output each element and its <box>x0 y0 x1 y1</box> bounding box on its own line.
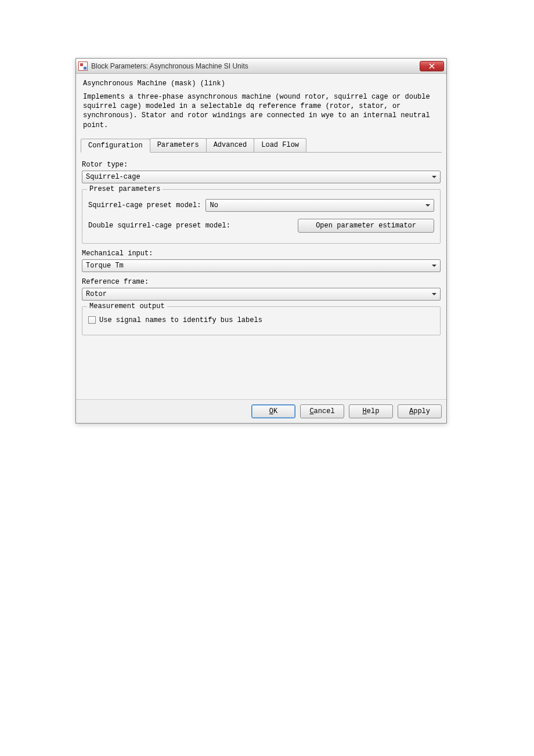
open-parameter-estimator-button[interactable]: Open parameter estimator <box>298 219 434 233</box>
tab-content-configuration: Rotor type: Squirrel-cage Preset paramet… <box>81 153 442 396</box>
reference-frame-label: Reference frame: <box>82 278 441 286</box>
mask-link-line: Asynchronous Machine (mask) (link) <box>81 77 442 92</box>
apply-button[interactable]: Apply <box>398 404 442 418</box>
dsc-preset-label: Double squirrel-cage preset model: <box>88 222 293 230</box>
cancel-button[interactable]: Cancel <box>300 404 344 418</box>
dialog-button-row: OK Cancel Help Apply <box>76 399 446 423</box>
measurement-output-group: Measurement output Use signal names to i… <box>82 306 441 335</box>
sc-preset-row: Squirrel-cage preset model: No <box>88 199 434 212</box>
mechanical-input-label: Mechanical input: <box>82 249 441 258</box>
dialog-body: Asynchronous Machine (mask) (link) Imple… <box>76 74 446 399</box>
sc-preset-dropdown[interactable]: No <box>205 199 434 212</box>
rotor-type-label: Rotor type: <box>82 161 441 169</box>
reference-frame-value: Rotor <box>86 290 107 298</box>
block-description: Implements a three-phase asynchronous ma… <box>81 92 442 136</box>
mechanical-input-dropdown[interactable]: Torque Tm <box>82 259 441 272</box>
close-icon <box>429 63 435 69</box>
ok-button[interactable]: OK <box>251 404 295 418</box>
tab-configuration[interactable]: Configuration <box>81 139 150 153</box>
rotor-type-value: Squirrel-cage <box>86 173 140 181</box>
chevron-down-icon <box>432 293 436 295</box>
dsc-preset-row: Double squirrel-cage preset model: Open … <box>88 219 434 233</box>
app-icon <box>78 62 88 71</box>
dialog-window: Block Parameters: Asynchronous Machine S… <box>75 58 447 424</box>
reference-frame-dropdown[interactable]: Rotor <box>82 288 441 301</box>
titlebar: Block Parameters: Asynchronous Machine S… <box>76 59 446 74</box>
help-button[interactable]: Help <box>349 404 393 418</box>
tab-strip: Configuration Parameters Advanced Load F… <box>81 138 442 153</box>
preset-parameters-legend: Preset parameters <box>87 185 163 193</box>
spacer <box>82 341 441 393</box>
tab-advanced[interactable]: Advanced <box>206 138 255 152</box>
chevron-down-icon <box>432 176 436 178</box>
measurement-output-legend: Measurement output <box>87 302 167 310</box>
sc-preset-label: Squirrel-cage preset model: <box>88 201 201 209</box>
signal-names-label: Use signal names to identify bus labels <box>99 316 262 324</box>
chevron-down-icon <box>432 265 436 267</box>
sc-preset-value: No <box>210 201 218 209</box>
chevron-down-icon <box>425 204 430 207</box>
close-button[interactable] <box>420 61 444 71</box>
rotor-type-dropdown[interactable]: Squirrel-cage <box>82 171 441 183</box>
tab-load-flow[interactable]: Load Flow <box>254 138 306 152</box>
window-title: Block Parameters: Asynchronous Machine S… <box>91 62 420 70</box>
signal-names-row: Use signal names to identify bus labels <box>88 316 434 324</box>
tab-parameters[interactable]: Parameters <box>150 138 207 152</box>
mechanical-input-value: Torque Tm <box>86 262 124 270</box>
preset-parameters-group: Preset parameters Squirrel-cage preset m… <box>82 189 441 244</box>
signal-names-checkbox[interactable] <box>88 316 96 324</box>
